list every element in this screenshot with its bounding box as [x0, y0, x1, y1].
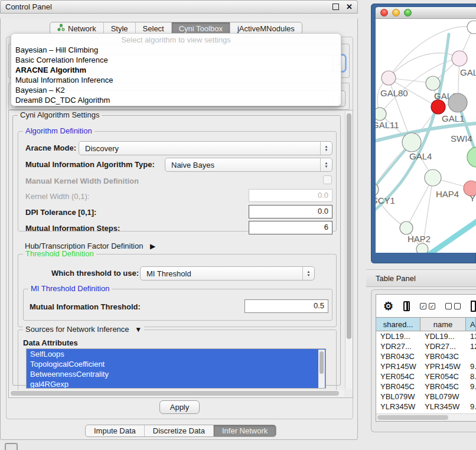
aracne-mode-combo[interactable]: Discovery ▲▼ — [79, 141, 332, 155]
table-cell: YBR045C — [420, 381, 466, 392]
dropdown-item[interactable]: Dream8 DC_TDC Algorithm — [11, 95, 341, 105]
mi-steps-label: Mutual Information Steps: — [25, 224, 120, 233]
tab-impute-data[interactable]: Impute Data — [86, 425, 145, 436]
network-node[interactable] — [431, 100, 445, 114]
tab-discretize-data[interactable]: Discretize Data — [145, 425, 214, 436]
attribute-item[interactable]: TopologicalCoefficient — [27, 359, 325, 369]
mi-steps-field[interactable]: 6 — [249, 221, 332, 234]
mi-algorithm-type-combo[interactable]: Naive Bayes ▲▼ — [165, 158, 332, 172]
dpi-tolerance-label: DPI Tolerance [0,1]: — [25, 208, 96, 217]
table-horizontal-scrollbar[interactable] — [376, 413, 476, 421]
dpi-tolerance-field[interactable]: 0.0 — [249, 205, 332, 219]
table-row[interactable]: YIL052CYIL052C9 — [376, 412, 476, 413]
tab-network[interactable]: Network — [50, 22, 104, 34]
close-traffic-light-icon[interactable] — [380, 9, 388, 17]
table-cell: YLR345W — [376, 402, 420, 412]
table-cell: 9. — [466, 361, 476, 371]
close-icon[interactable]: ✕ — [346, 4, 353, 10]
manual-kernel-checkbox[interactable] — [323, 175, 332, 184]
mi-threshold-label: Mutual Information Threshold: — [30, 302, 141, 311]
network-node[interactable] — [448, 93, 467, 112]
network-node[interactable] — [416, 243, 428, 253]
attribute-item[interactable]: SelfLoops — [27, 349, 325, 359]
settings-horizontal-scrollbar[interactable] — [9, 390, 344, 397]
table-row[interactable]: YBR045CYBR045C9. — [376, 381, 476, 392]
collapsed-panel-icon[interactable] — [5, 443, 18, 450]
which-threshold-combo[interactable]: MI Threshold ▲▼ — [140, 266, 315, 281]
tab-cyni-toolbox[interactable]: Cyni Toolbox — [172, 22, 230, 34]
network-node[interactable] — [376, 183, 379, 196]
network-node[interactable] — [402, 133, 421, 152]
dropdown-item[interactable]: Bayesian – Hill Climbing — [11, 45, 341, 55]
cyni-algorithm-settings-group: Cyni Algorithm Settings Algorithm Defini… — [12, 115, 341, 386]
settings-vertical-scrollbar[interactable] — [345, 111, 353, 389]
sources-title[interactable]: Sources for Network Inference ▼ — [23, 325, 144, 334]
threshold-definition-title: Threshold Definition — [23, 250, 96, 258]
table-row[interactable]: YLR345WYLR345W9. — [376, 402, 476, 412]
table-row[interactable]: YBR043CYBR043C — [376, 351, 476, 361]
table-row[interactable]: YPR145WYPR145W9. — [376, 361, 476, 371]
table-cell: YBL079W — [376, 392, 420, 402]
split-columns-icon[interactable] — [403, 301, 410, 311]
dropdown-item[interactable]: Mutual Information Inference — [11, 75, 341, 85]
table-cell: YPR145W — [376, 361, 420, 371]
network-canvas[interactable]: GALGAL80GAL10GAL1GAL11GAL4SWI4GCY1HAP4YH… — [376, 19, 476, 253]
attribute-item[interactable]: BetweennessCentrality — [27, 369, 325, 379]
dropdown-item[interactable]: Basic Correlation Inference — [11, 55, 341, 65]
aracne-mode-value: Discovery — [85, 144, 119, 153]
attribute-item[interactable]: gal4RGexp — [27, 379, 325, 389]
minimize-traffic-light-icon[interactable] — [392, 9, 400, 17]
network-node-label: GAL11 — [376, 120, 399, 130]
table-cell: YDR27... — [376, 341, 420, 351]
table-row[interactable]: YBL079WYBL079W — [376, 392, 476, 402]
table-cell — [466, 392, 476, 402]
tab-style[interactable]: Style — [104, 22, 136, 34]
column-header-name[interactable]: name — [420, 318, 466, 331]
table-panel-table: ⚙ ✓ ✓ shared... name A YDL19...YDL19...1… — [376, 294, 476, 422]
network-node[interactable] — [467, 21, 476, 34]
select-all-icon[interactable]: ✓ ✓ — [420, 303, 435, 309]
kernel-width-field[interactable]: 0.0 — [249, 189, 332, 202]
network-node[interactable] — [426, 76, 440, 90]
float-window-icon[interactable] — [332, 4, 339, 10]
table-row[interactable]: YER054CYER054C8. — [376, 371, 476, 381]
network-node[interactable] — [467, 147, 476, 167]
mi-threshold-group: MI Threshold Definition Mutual Informati… — [23, 289, 332, 321]
which-threshold-value: MI Threshold — [146, 269, 191, 278]
table-cell: 13 — [466, 331, 476, 341]
zoom-traffic-light-icon[interactable] — [404, 9, 412, 17]
dropdown-item[interactable]: Bayesian – K2 — [11, 85, 341, 95]
table-header: shared... name A — [376, 317, 476, 331]
document-icon[interactable] — [471, 301, 476, 312]
control-panel-titlebar: Control Panel ✕ — [0, 0, 358, 14]
table-row[interactable]: YDR27...YDR27...12 — [376, 341, 476, 351]
mi-threshold-field[interactable]: 0.5 — [244, 299, 328, 313]
network-node[interactable] — [376, 107, 386, 120]
dropdown-item[interactable]: ARACNE Algorithm — [11, 65, 341, 75]
tab-jactivemnodules[interactable]: jActiveMNodules — [230, 22, 302, 34]
table-cell: YPR145W — [420, 361, 466, 371]
apply-button[interactable]: Apply — [159, 400, 200, 414]
network-node[interactable] — [425, 169, 441, 186]
network-node[interactable] — [400, 221, 413, 234]
tab-infer-network[interactable]: Infer Network — [214, 425, 276, 436]
mi-algorithm-type-value: Naive Bayes — [171, 161, 214, 169]
table-cell: 12 — [466, 341, 476, 351]
data-attributes-label: Data Attributes — [23, 338, 78, 347]
network-node[interactable] — [382, 71, 396, 85]
table-row[interactable]: YDL19...YDL19...13 — [376, 331, 476, 341]
manual-kernel-label: Manual Kernel Width Definition — [25, 177, 139, 185]
network-node[interactable] — [452, 51, 467, 66]
attributes-scrollbar[interactable] — [318, 350, 325, 389]
column-header-partial[interactable]: A — [466, 318, 476, 331]
network-icon — [57, 24, 65, 33]
network-node-label: SWI4 — [451, 133, 472, 144]
tab-select[interactable]: Select — [136, 22, 172, 34]
data-attributes-list[interactable]: SelfLoopsTopologicalCoefficientBetweenne… — [26, 348, 326, 389]
deselect-all-icon[interactable] — [445, 303, 461, 309]
column-header-shared-name[interactable]: shared... — [376, 318, 420, 331]
network-node-label: GAL80 — [380, 88, 408, 98]
table-cell: YBR043C — [376, 351, 420, 361]
gear-icon[interactable]: ⚙ — [383, 301, 393, 312]
network-node-label: GAL4 — [409, 151, 432, 161]
